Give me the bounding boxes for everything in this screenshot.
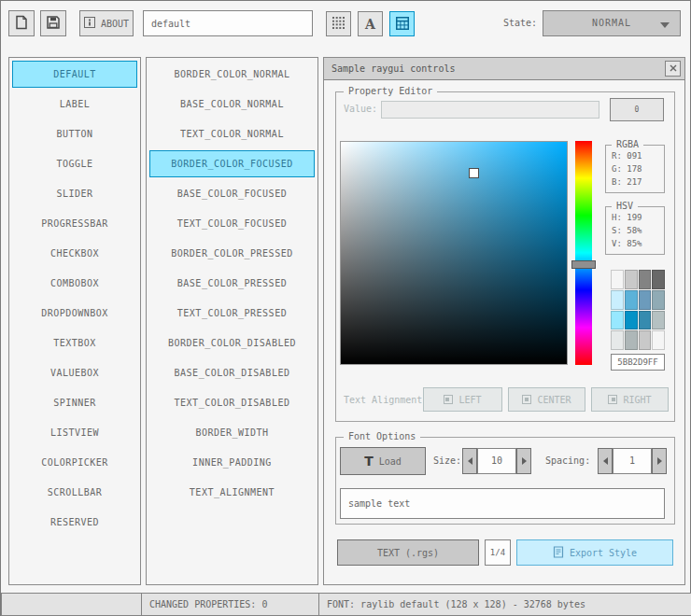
property-item-base-color-pressed[interactable]: BASE_COLOR_PRESSED	[149, 270, 315, 297]
sample-controls-window: Sample raygui controls Property Editor V…	[323, 57, 685, 585]
property-item-text-alignment[interactable]: TEXT_ALIGNMENT	[149, 479, 315, 506]
property-item-base-color-disabled[interactable]: BASE_COLOR_DISABLED	[149, 359, 315, 386]
spacing-decrement-button[interactable]	[598, 448, 613, 474]
rgba-group: RGBA R: 091 G: 178 B: 217	[605, 145, 665, 193]
format-pager[interactable]: 1/4	[485, 539, 511, 566]
control-item-colorpicker[interactable]: COLORPICKER	[12, 449, 137, 476]
control-item-checkbox[interactable]: CHECKBOX	[12, 240, 137, 267]
style-color-swatch[interactable]	[639, 290, 652, 310]
style-color-swatch[interactable]	[611, 330, 624, 350]
style-color-swatch[interactable]	[625, 270, 638, 289]
sample-text-input[interactable]	[340, 488, 665, 519]
style-color-swatch[interactable]	[652, 330, 665, 350]
control-item-default[interactable]: DEFAULT	[12, 61, 137, 88]
font-size-label: Size:	[433, 455, 461, 466]
property-item-text-color-pressed[interactable]: TEXT_COLOR_PRESSED	[149, 300, 315, 327]
style-color-swatch[interactable]	[611, 270, 624, 289]
grid-icon	[332, 17, 345, 31]
style-color-swatch[interactable]	[639, 270, 652, 289]
size-increment-button[interactable]	[516, 448, 531, 474]
new-style-button[interactable]	[8, 10, 35, 36]
export-format-button[interactable]: TEXT (.rgs)	[337, 539, 479, 566]
load-font-button[interactable]: T Load	[340, 447, 426, 475]
style-table-icon	[396, 17, 409, 32]
control-item-slider[interactable]: SLIDER	[12, 180, 137, 207]
text-alignment-label: Text Alignment:	[344, 395, 428, 405]
sample-window-titlebar[interactable]: Sample raygui controls	[324, 58, 684, 80]
export-format-label: TEXT (.rgs)	[377, 548, 439, 558]
control-item-reserved[interactable]: RESERVED	[12, 509, 137, 536]
control-item-scrollbar[interactable]: SCROLLBAR	[12, 479, 137, 506]
property-item-border-color-pressed[interactable]: BORDER_COLOR_PRESSED	[149, 240, 315, 267]
color-picker-cursor[interactable]	[470, 169, 478, 177]
property-item-border-width[interactable]: BORDER_WIDTH	[149, 419, 315, 446]
export-style-button[interactable]: Export Style	[516, 539, 673, 566]
align-left-button[interactable]: LEFT	[423, 387, 502, 412]
control-item-spinner[interactable]: SPINNER	[12, 389, 137, 416]
align-right-button[interactable]: RIGHT	[591, 387, 669, 412]
style-color-swatch[interactable]	[639, 330, 652, 350]
property-item-base-color-focused[interactable]: BASE_COLOR_FOCUSED	[149, 180, 315, 207]
style-color-swatch[interactable]	[625, 311, 638, 330]
hsv-group-label: HSV	[612, 201, 638, 211]
control-item-combobox[interactable]: COMBOBOX	[12, 270, 137, 297]
size-decrement-button[interactable]	[462, 448, 477, 474]
property-item-border-color-focused[interactable]: BORDER_COLOR_FOCUSED	[149, 150, 315, 177]
property-item-inner-padding[interactable]: INNER_PADDING	[149, 449, 315, 476]
color-saturation-value-panel[interactable]	[340, 141, 568, 365]
hsv-value-value: V: 85%	[612, 239, 642, 248]
style-name-input[interactable]	[143, 10, 313, 36]
font-options-group: Font Options T Load Size: 10 Spacing: 1	[335, 437, 675, 525]
align-left-icon	[444, 395, 453, 404]
style-color-swatch[interactable]	[611, 290, 624, 310]
save-style-button[interactable]	[40, 10, 66, 36]
control-item-progressbar[interactable]: PROGRESSBAR	[12, 210, 137, 237]
control-item-listview[interactable]: LISTVIEW	[12, 419, 137, 446]
hue-bar[interactable]	[575, 141, 592, 365]
hue-slider-handle[interactable]	[571, 260, 596, 269]
rgba-blue-value: B: 217	[612, 177, 642, 187]
font-size-value[interactable]: 10	[477, 448, 516, 474]
font-tool-button[interactable]: A	[358, 11, 383, 36]
hsv-saturation-value: S: 58%	[612, 226, 642, 235]
control-item-toggle[interactable]: TOGGLE	[12, 150, 137, 177]
state-label: State:	[503, 18, 537, 28]
property-item-text-color-normal[interactable]: TEXT_COLOR_NORMAL	[149, 120, 315, 147]
export-icon	[553, 546, 564, 560]
grid-toggle-button[interactable]	[326, 11, 351, 36]
style-color-swatch[interactable]	[611, 311, 624, 330]
chevron-down-icon	[660, 22, 670, 28]
align-center-button[interactable]: CENTER	[508, 387, 585, 412]
font-spacing-value[interactable]: 1	[613, 448, 652, 474]
font-load-icon: T	[364, 454, 374, 469]
control-item-valuebox[interactable]: VALUEBOX	[12, 359, 137, 386]
control-item-label[interactable]: LABEL	[12, 91, 137, 118]
property-item-text-color-focused[interactable]: TEXT_COLOR_FOCUSED	[149, 210, 315, 237]
spacing-increment-button[interactable]	[652, 448, 667, 474]
arrow-right-icon	[522, 457, 527, 465]
style-color-swatch[interactable]	[652, 290, 665, 310]
style-color-swatch[interactable]	[625, 330, 638, 350]
property-item-border-color-disabled[interactable]: BORDER_COLOR_DISABLED	[149, 329, 315, 357]
property-item-base-color-normal[interactable]: BASE_COLOR_NORMAL	[149, 91, 315, 118]
close-button[interactable]	[665, 61, 681, 77]
align-right-label: RIGHT	[623, 395, 651, 405]
state-dropdown[interactable]: NORMAL	[543, 10, 681, 36]
style-color-swatch[interactable]	[639, 311, 652, 330]
file-icon	[14, 15, 29, 32]
style-color-swatch[interactable]	[625, 290, 638, 310]
hex-color-value[interactable]: 5BB2D9FF	[611, 354, 665, 371]
rguistyler-window: ABOUT A State: NORMAL DEFAULTLABELBUTTON…	[0, 0, 691, 616]
style-table-button[interactable]	[389, 11, 415, 36]
control-item-dropdownbox[interactable]: DROPDOWNBOX	[12, 300, 137, 327]
control-item-textbox[interactable]: TEXTBOX	[12, 329, 137, 357]
style-color-swatch[interactable]	[652, 270, 665, 289]
export-style-label: Export Style	[570, 548, 637, 558]
control-item-button[interactable]: BUTTON	[12, 120, 137, 147]
property-item-border-color-normal[interactable]: BORDER_COLOR_NORMAL	[149, 61, 315, 88]
close-icon	[670, 63, 677, 74]
value-spinner-button[interactable]: 0	[610, 98, 664, 121]
style-color-swatch[interactable]	[652, 311, 665, 330]
about-button[interactable]: ABOUT	[79, 10, 134, 36]
property-item-text-color-disabled[interactable]: TEXT_COLOR_DISABLED	[149, 389, 315, 416]
